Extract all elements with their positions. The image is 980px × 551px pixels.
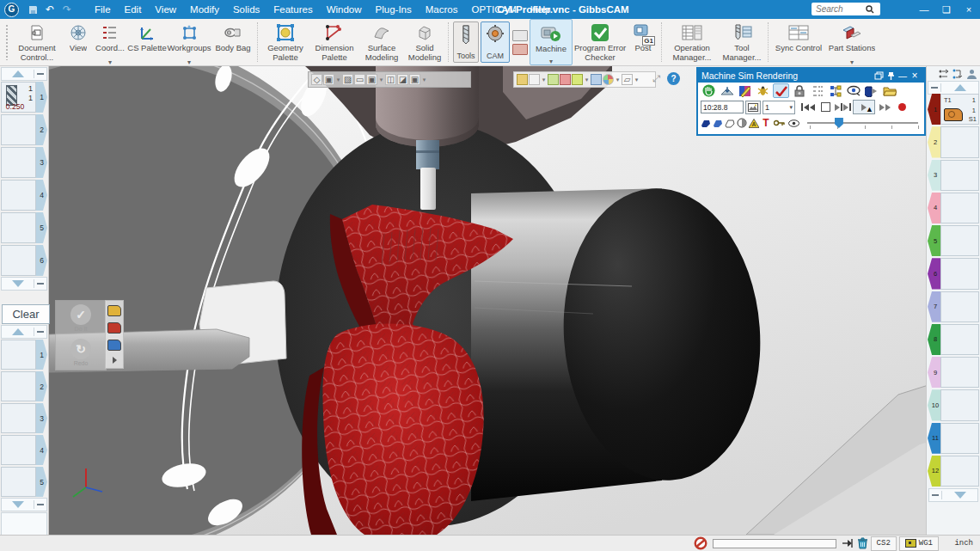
marker-tile-2[interactable]: 2: [1, 370, 47, 402]
search-input[interactable]: [814, 3, 866, 15]
op-tile-12[interactable]: 12: [928, 455, 979, 487]
op-tile-6[interactable]: 6: [928, 257, 979, 290]
marker-tile-5[interactable]: 5: [1, 466, 47, 498]
post-button[interactable]: G1 Post: [628, 19, 658, 65]
operator-person-icon[interactable]: [966, 69, 977, 79]
document-control-button[interactable]: Document Control...: [10, 19, 64, 65]
op-tab[interactable]: 7: [928, 291, 940, 322]
snapshot-button[interactable]: [745, 101, 761, 114]
stock-wireframe-icon[interactable]: [725, 117, 735, 129]
play-button[interactable]: ▲: [853, 100, 875, 114]
cube-view-icon[interactable]: ▣: [366, 74, 377, 85]
machine-button[interactable]: Machine ▾: [530, 19, 573, 65]
scroll-up-button[interactable]: [2, 70, 34, 77]
op-tile-7[interactable]: 7: [928, 291, 979, 323]
ghost-display-icon[interactable]: [529, 74, 540, 85]
cs-indicator-button[interactable]: CS2: [871, 536, 897, 551]
program-error-checker-button[interactable]: Program Error Checker: [573, 19, 628, 65]
op-tab[interactable]: 9: [928, 357, 940, 388]
op-tree-icon[interactable]: [827, 83, 843, 98]
view-button[interactable]: View: [64, 19, 93, 65]
op-tile-4[interactable]: 4: [928, 192, 979, 224]
op-tab[interactable]: 4: [928, 193, 940, 223]
render-colors-icon[interactable]: [737, 83, 753, 98]
op-tile-9[interactable]: 9: [928, 356, 979, 389]
undo-button[interactable]: ↶: [42, 3, 58, 16]
marker-tile-4[interactable]: 4: [1, 434, 47, 466]
tool-tile-1[interactable]: 1 1 0.250 1: [1, 81, 47, 113]
expand-list-button[interactable]: [34, 500, 46, 509]
cascade-icon[interactable]: [873, 70, 885, 81]
minimize-palette-icon[interactable]: —: [897, 70, 909, 81]
body-bag-button[interactable]: Body Bag: [211, 19, 254, 65]
geometry-palette-button[interactable]: Geometry Palette: [261, 19, 309, 65]
tool-letter-icon[interactable]: T: [761, 117, 771, 129]
chevron-down-icon[interactable]: ▾: [378, 74, 384, 85]
stock-compare-icon[interactable]: [719, 83, 735, 98]
section-view-icon[interactable]: [737, 117, 747, 129]
op-tile-11[interactable]: 11: [928, 422, 979, 455]
eye-icon[interactable]: [787, 117, 800, 129]
workgroup-indicator-button[interactable]: WG1: [899, 536, 939, 551]
shaded-view-icon[interactable]: ◪: [397, 74, 408, 85]
marker-tab[interactable]: 3: [36, 403, 47, 433]
step-forward-button[interactable]: [835, 101, 851, 113]
tool-tab[interactable]: 5: [36, 212, 47, 243]
expand-list-button[interactable]: [929, 491, 942, 499]
op-tab[interactable]: 8: [928, 324, 940, 355]
tool-tile-3[interactable]: 3: [1, 146, 47, 179]
maximize-button[interactable]: ❏: [935, 0, 958, 19]
op-tab[interactable]: 11: [928, 423, 940, 454]
wireframe-display-icon[interactable]: ▱: [622, 74, 633, 85]
collapse-list-button[interactable]: [34, 70, 46, 78]
trash-icon[interactable]: [857, 537, 868, 549]
pan-view-icon[interactable]: ▭: [354, 74, 365, 85]
stock-shaded-icon[interactable]: [713, 117, 723, 129]
verify-check-icon[interactable]: [773, 83, 789, 98]
op-tile-1[interactable]: 1 T1 1 1 S1: [928, 93, 979, 126]
key-icon[interactable]: [773, 117, 786, 129]
tool-tile-5[interactable]: 5: [1, 211, 47, 244]
facet-display-icon[interactable]: [591, 74, 602, 85]
op-tab[interactable]: 12: [928, 456, 940, 487]
menu-plugins[interactable]: Plug-Ins: [369, 3, 419, 16]
cam-button[interactable]: CAM: [481, 21, 510, 63]
close-palette-icon[interactable]: ×: [909, 70, 921, 81]
scroll-down-button[interactable]: [942, 492, 977, 499]
menu-modify[interactable]: Modify: [183, 3, 226, 16]
scroll-down-button[interactable]: [2, 501, 34, 508]
hold-hand-icon[interactable]: [701, 83, 717, 98]
flat-pattern-icon[interactable]: [512, 30, 528, 41]
menu-file[interactable]: File: [88, 3, 118, 16]
part-display-icon[interactable]: [560, 74, 571, 85]
solid-modeling-button[interactable]: Solid Modeling: [404, 19, 445, 65]
save-button[interactable]: [25, 3, 40, 16]
select-mode-icon[interactable]: ◇: [311, 74, 322, 85]
viewport-3d[interactable]: [0, 66, 980, 535]
stock-part-icon[interactable]: [107, 305, 121, 316]
redo-button[interactable]: ↷: [59, 3, 75, 16]
scroll-up-button[interactable]: [941, 84, 978, 91]
tool-tab[interactable]: 3: [36, 147, 47, 178]
stop-button[interactable]: [818, 101, 833, 113]
frame-view-icon[interactable]: ▣: [323, 74, 334, 85]
op-tile-3[interactable]: 3: [928, 159, 979, 192]
marker-tile-3[interactable]: 3: [1, 402, 47, 434]
screenshot-icon[interactable]: ◫: [385, 74, 396, 85]
redo-button[interactable]: ↻: [70, 339, 91, 359]
chevron-down-icon[interactable]: ▾: [421, 74, 427, 85]
clear-button[interactable]: Clear: [2, 304, 50, 324]
record-button[interactable]: [894, 101, 910, 113]
workgroups-button[interactable]: Workgroups ▾: [167, 19, 211, 65]
collision-check-icon[interactable]: [755, 83, 771, 98]
tools-button[interactable]: Tools: [453, 21, 479, 63]
sim-time-field[interactable]: 10:28.8: [701, 101, 744, 113]
chevron-down-icon[interactable]: ▾: [584, 74, 590, 85]
pin-marker-icon[interactable]: [842, 538, 853, 548]
workgroup-display-icon[interactable]: [548, 74, 559, 85]
marker-tab[interactable]: 1: [36, 340, 47, 370]
redraw-icon[interactable]: ▨: [342, 74, 353, 85]
tool-tile-6[interactable]: 6: [1, 244, 47, 277]
op-tab[interactable]: 2: [928, 126, 940, 157]
speed-slider[interactable]: [807, 116, 922, 130]
